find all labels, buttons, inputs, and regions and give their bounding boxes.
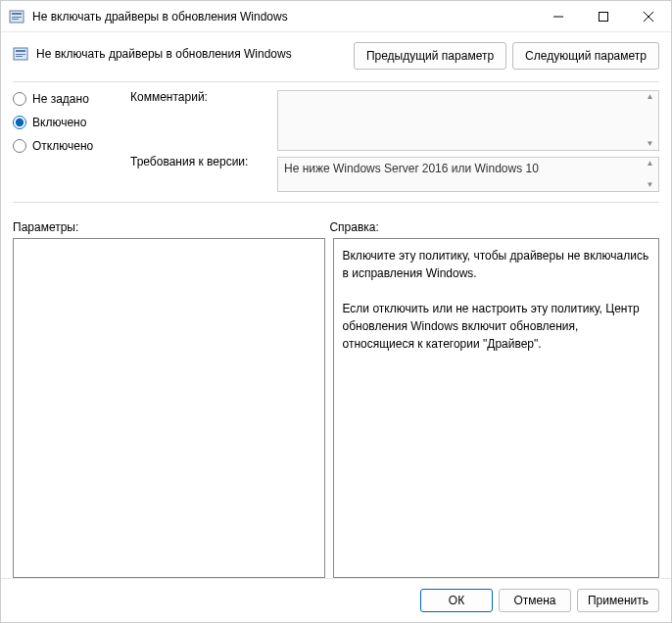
apply-button[interactable]: Применить bbox=[577, 589, 659, 612]
help-text: Включите эту политику, чтобы драйверы не… bbox=[342, 249, 651, 351]
minimize-icon bbox=[553, 12, 563, 22]
gpo-policy-window: Не включать драйверы в обновления Window… bbox=[0, 0, 672, 623]
policy-title: Не включать драйверы в обновления Window… bbox=[36, 47, 292, 61]
ok-button[interactable]: ОК bbox=[420, 589, 493, 612]
section-labels: Параметры: Справка: bbox=[13, 220, 659, 234]
comment-scroll: ▲ ▼ bbox=[643, 92, 657, 149]
svg-rect-11 bbox=[16, 56, 23, 57]
policy-icon bbox=[13, 46, 28, 62]
prev-setting-button[interactable]: Предыдущий параметр bbox=[354, 42, 506, 70]
radio-disabled-input[interactable] bbox=[13, 139, 26, 153]
policy-title-wrap: Не включать драйверы в обновления Window… bbox=[13, 42, 354, 62]
svg-rect-2 bbox=[12, 17, 22, 18]
maximize-button[interactable] bbox=[581, 1, 626, 32]
next-setting-button[interactable]: Следующий параметр bbox=[512, 42, 659, 70]
comment-textarea[interactable]: ▲ ▼ bbox=[277, 90, 659, 151]
panels: Включите эту политику, чтобы драйверы не… bbox=[13, 238, 659, 578]
separator-2 bbox=[13, 202, 659, 203]
requirements-scroll: ▲ ▼ bbox=[643, 159, 657, 190]
state-radio-group: Не задано Включено Отключено bbox=[13, 90, 120, 153]
cancel-button[interactable]: Отмена bbox=[499, 589, 571, 612]
radio-enabled-label: Включено bbox=[32, 116, 86, 129]
svg-rect-3 bbox=[12, 19, 19, 20]
radio-not-configured-input[interactable] bbox=[13, 92, 26, 106]
separator bbox=[13, 81, 659, 82]
scroll-up-icon[interactable]: ▲ bbox=[643, 92, 657, 102]
scroll-down-icon[interactable]: ▼ bbox=[643, 180, 657, 190]
window-title: Не включать драйверы в обновления Window… bbox=[32, 10, 536, 24]
svg-rect-10 bbox=[16, 54, 25, 55]
policy-app-icon bbox=[9, 9, 24, 24]
svg-rect-9 bbox=[16, 50, 25, 52]
nav-buttons: Предыдущий параметр Следующий параметр bbox=[354, 42, 659, 70]
window-controls bbox=[536, 1, 671, 31]
radio-disabled[interactable]: Отключено bbox=[13, 139, 120, 153]
titlebar: Не включать драйверы в обновления Window… bbox=[1, 1, 671, 32]
radio-enabled[interactable]: Включено bbox=[13, 116, 120, 129]
svg-rect-1 bbox=[12, 13, 22, 15]
close-button[interactable] bbox=[626, 1, 671, 32]
close-icon bbox=[644, 12, 653, 22]
help-panel[interactable]: Включите эту политику, чтобы драйверы не… bbox=[333, 238, 659, 578]
help-label: Справка: bbox=[329, 220, 659, 234]
field-column: ▲ ▼ Не ниже Windows Server 2016 или Wind… bbox=[277, 90, 659, 192]
radio-enabled-input[interactable] bbox=[13, 116, 26, 129]
content-area: Не включать драйверы в обновления Window… bbox=[1, 32, 671, 578]
scroll-down-icon[interactable]: ▼ bbox=[643, 139, 657, 149]
svg-rect-5 bbox=[600, 13, 608, 22]
scroll-up-icon[interactable]: ▲ bbox=[643, 159, 657, 168]
options-label: Параметры: bbox=[13, 220, 329, 234]
config-row: Не задано Включено Отключено Комментарий… bbox=[13, 90, 659, 192]
requirements-value: Не ниже Windows Server 2016 или Windows … bbox=[284, 162, 539, 175]
policy-header: Не включать драйверы в обновления Window… bbox=[13, 42, 659, 70]
requirements-textarea[interactable]: Не ниже Windows Server 2016 или Windows … bbox=[277, 157, 659, 192]
requirements-label: Требования к версии: bbox=[130, 155, 267, 168]
maximize-icon bbox=[599, 12, 608, 22]
radio-column: Не задано Включено Отключено bbox=[13, 90, 120, 192]
radio-disabled-label: Отключено bbox=[32, 139, 93, 153]
footer: ОК Отмена Применить bbox=[1, 578, 671, 622]
options-panel[interactable] bbox=[13, 238, 325, 578]
radio-not-configured-label: Не задано bbox=[32, 92, 89, 106]
minimize-button[interactable] bbox=[536, 1, 581, 32]
comment-label: Комментарий: bbox=[130, 90, 267, 104]
label-column: Комментарий: Требования к версии: bbox=[130, 90, 267, 192]
radio-not-configured[interactable]: Не задано bbox=[13, 92, 120, 106]
